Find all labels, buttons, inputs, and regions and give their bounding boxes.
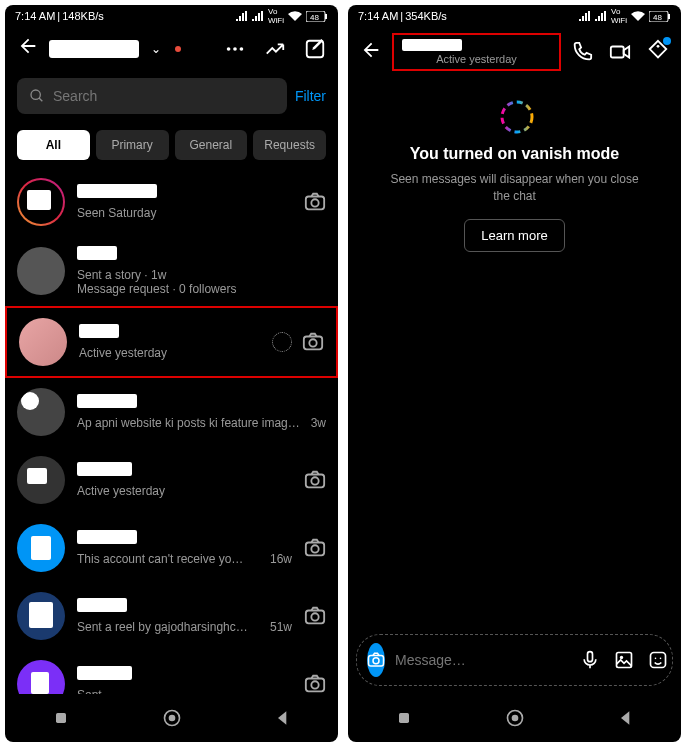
nav-bar	[348, 694, 681, 742]
nav-recent[interactable]	[394, 708, 414, 728]
account-name-redacted[interactable]	[49, 40, 139, 58]
svg-rect-32	[617, 653, 632, 668]
search-input[interactable]	[53, 88, 275, 104]
tag-icon[interactable]	[647, 39, 669, 65]
message-input[interactable]	[395, 652, 570, 668]
chat-row[interactable]: Sent a story · 1wMessage request · 0 fol…	[5, 236, 338, 306]
svg-point-40	[511, 715, 518, 722]
tab-general[interactable]: General	[175, 130, 248, 160]
svg-point-13	[311, 477, 318, 484]
chat-row[interactable]: Sent a reel by gajodharsinghc…51w	[5, 582, 338, 650]
search-row: Filter	[5, 70, 338, 122]
video-icon[interactable]	[609, 41, 631, 63]
nav-recent[interactable]	[51, 708, 71, 728]
chat-row[interactable]: Seen Saturday	[5, 168, 338, 236]
camera-icon[interactable]	[304, 537, 326, 559]
svg-point-9	[311, 199, 318, 206]
avatar[interactable]	[17, 178, 65, 226]
image-icon[interactable]	[614, 650, 634, 670]
camera-button[interactable]	[367, 643, 385, 677]
back-button[interactable]	[360, 39, 382, 66]
notification-dot	[175, 46, 181, 52]
chat-row-highlighted[interactable]: Active yesterday	[5, 306, 338, 378]
svg-rect-26	[611, 47, 624, 58]
inbox-tabs: All Primary General Requests	[5, 122, 338, 168]
filter-link[interactable]: Filter	[295, 88, 326, 104]
avatar[interactable]	[19, 318, 67, 366]
chat-row[interactable]: Sent	[5, 650, 338, 694]
avatar[interactable]	[17, 247, 65, 295]
svg-point-27	[657, 45, 660, 48]
nav-back[interactable]	[273, 708, 293, 728]
tab-primary[interactable]: Primary	[96, 130, 169, 160]
user-status: Active yesterday	[402, 53, 551, 65]
svg-point-28	[502, 102, 532, 132]
user-name-redacted	[402, 39, 462, 51]
status-time: 7:14 AM	[358, 10, 398, 22]
vanish-mode-panel: You turned on vanish mode Seen messages …	[348, 77, 681, 626]
avatar[interactable]	[17, 388, 65, 436]
search-box[interactable]	[17, 78, 287, 114]
svg-text:48: 48	[653, 13, 662, 22]
chat-row[interactable]: Active yesterday	[5, 446, 338, 514]
svg-rect-34	[651, 653, 666, 668]
tab-requests[interactable]: Requests	[253, 130, 326, 160]
tab-all[interactable]: All	[17, 130, 90, 160]
svg-point-36	[660, 658, 662, 660]
chat-row[interactable]: Ap apni website ki posts ki feature imag…	[5, 378, 338, 446]
mic-icon[interactable]	[580, 650, 600, 670]
svg-point-22	[168, 715, 175, 722]
svg-point-5	[240, 47, 244, 51]
svg-text:48: 48	[310, 13, 319, 22]
avatar[interactable]	[17, 592, 65, 640]
camera-icon[interactable]	[304, 469, 326, 491]
status-right-icons: VoWiFi 48	[236, 7, 328, 25]
message-input-bar	[356, 634, 673, 686]
status-speed: 148KB/s	[62, 10, 104, 22]
signal-icon	[595, 11, 607, 21]
chat-header: Active yesterday	[348, 27, 681, 77]
chat-screen: 7:14 AM | 354KB/s VoWiFi 48 Active yeste…	[348, 5, 681, 742]
svg-point-11	[309, 339, 316, 346]
camera-icon[interactable]	[304, 605, 326, 627]
trending-icon[interactable]	[264, 38, 286, 60]
status-speed: 354KB/s	[405, 10, 447, 22]
badge-dot	[663, 37, 671, 45]
avatar[interactable]	[17, 456, 65, 504]
vanish-desc: Seen messages will disappear when you cl…	[368, 171, 661, 205]
svg-point-35	[655, 658, 657, 660]
compose-icon[interactable]	[304, 38, 326, 60]
camera-icon[interactable]	[304, 673, 326, 694]
svg-rect-38	[399, 713, 409, 723]
svg-point-3	[227, 47, 231, 51]
camera-icon[interactable]	[302, 331, 324, 353]
svg-point-7	[31, 90, 40, 99]
camera-icon[interactable]	[304, 191, 326, 213]
nav-back[interactable]	[616, 708, 636, 728]
sticker-icon[interactable]	[648, 650, 668, 670]
avatar[interactable]	[17, 524, 65, 572]
vanish-mode-icon	[497, 97, 533, 133]
wifi-icon	[288, 11, 302, 21]
learn-more-button[interactable]: Learn more	[464, 219, 564, 252]
signal-icon	[236, 11, 248, 21]
battery-icon: 48	[306, 11, 328, 22]
avatar[interactable]	[17, 660, 65, 694]
vanish-title: You turned on vanish mode	[410, 145, 620, 163]
svg-point-30	[373, 658, 379, 664]
chat-row[interactable]: This account can't receive yo…16w	[5, 514, 338, 582]
svg-rect-1	[325, 14, 327, 19]
nav-home[interactable]	[505, 708, 525, 728]
status-time: 7:14 AM	[15, 10, 55, 22]
nav-bar	[5, 694, 338, 742]
signal-icon	[579, 11, 591, 21]
chat-list: Seen Saturday Sent a story · 1wMessage r…	[5, 168, 338, 694]
chevron-down-icon[interactable]: ⌄	[151, 42, 161, 56]
more-icon[interactable]	[224, 38, 246, 60]
search-icon	[29, 88, 45, 104]
svg-point-33	[620, 656, 623, 659]
phone-icon[interactable]	[571, 41, 593, 63]
user-info-highlighted[interactable]: Active yesterday	[392, 33, 561, 71]
nav-home[interactable]	[162, 708, 182, 728]
back-button[interactable]	[17, 35, 39, 62]
